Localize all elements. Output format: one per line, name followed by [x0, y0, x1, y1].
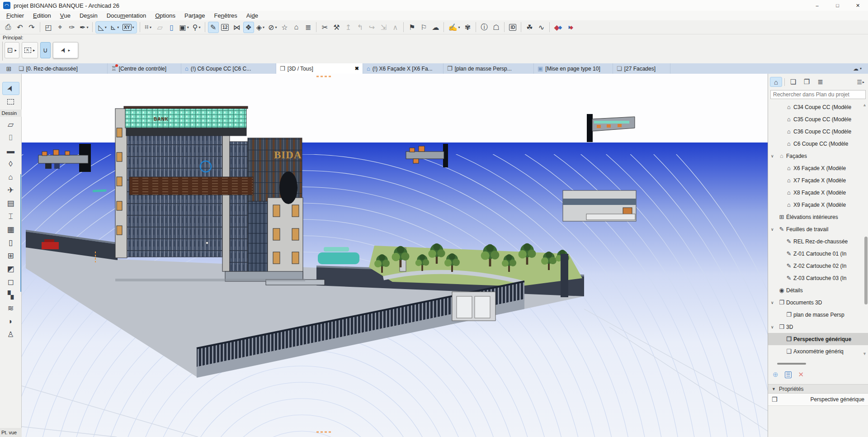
beam-tool[interactable]: ▬ [2, 144, 19, 157]
redo-icon[interactable]: ↷ [26, 22, 37, 33]
elevate-icon[interactable]: ⇲ [378, 22, 389, 33]
tree-item[interactable]: ∨❒3D [768, 321, 868, 333]
tree-expand-icon[interactable]: ∨ [771, 154, 777, 158]
marquee-cursor-tool[interactable]: ⊡▸ [5, 42, 19, 58]
tab-facade-x6[interactable]: ⌂(!) X6 Façade X [X6 Fa... [363, 63, 443, 74]
tree-item[interactable]: ⌂C35 Coupe CC (Modèle [768, 113, 868, 125]
dropdown-arrow-icon[interactable]: ▾ [199, 25, 201, 29]
id-manager-icon[interactable]: ID [507, 22, 518, 33]
wall-tool[interactable]: ▱ [2, 118, 19, 131]
adjust-icon[interactable]: ⚒ [331, 22, 342, 33]
close-button[interactable]: ✕ [848, 0, 868, 11]
opening-tool[interactable]: ◻ [2, 276, 19, 289]
magnet-toggle[interactable]: ∪ [40, 42, 51, 58]
dropdown-arrow-icon[interactable]: ▾ [105, 25, 107, 29]
tree-item[interactable]: ∨❐Documents 3D [768, 296, 868, 309]
railing-tool[interactable]: ⌶ [2, 210, 19, 223]
project-chooser[interactable]: ☁▾ [853, 63, 868, 74]
curtain-wall-tool[interactable]: ▦ [2, 223, 19, 236]
slab-tool[interactable]: ◊ [2, 157, 19, 171]
move-mode-icon[interactable]: ◰ [43, 22, 54, 33]
stories-icon[interactable]: ≣ [302, 22, 313, 33]
tree-item[interactable]: ❒Perspective générique [768, 333, 868, 345]
viewport-3d-scene[interactable]: BANK BIDA [22, 74, 768, 437]
menu-item-documentation[interactable]: Documentation [102, 11, 151, 20]
dropdown-arrow-icon[interactable]: ▾ [458, 25, 460, 29]
project-map-icon[interactable]: ⌂ [770, 77, 782, 87]
tree-item[interactable]: ✎Z-01 Cartouche 01 (In [768, 247, 868, 260]
properties-header[interactable]: ▼ Propriétés [768, 384, 868, 394]
zoom-to-selection-icon[interactable]: ⌖ [55, 22, 66, 33]
snap-points-icon[interactable]: 12 [220, 22, 231, 33]
tab-3d-tous[interactable]: ❒[3D / Tous]✖ [276, 63, 363, 74]
pen-sets-icon[interactable]: ✍▾ [447, 22, 461, 33]
delete-viewpoint-icon[interactable]: ✕ [798, 370, 804, 379]
element-info-icon[interactable]: ⓘ [479, 22, 490, 33]
tab-overview-icon[interactable]: ⊞ [3, 63, 15, 74]
guide-lines-icon[interactable]: ◺▾ [97, 22, 108, 33]
3d-figure-icon[interactable]: ⚲▾ [191, 22, 202, 33]
stretch-icon[interactable]: ⋈ [231, 22, 242, 33]
tab-plan-masse[interactable]: ❐[plan de masse Persp... [443, 63, 534, 74]
markup-cloud-icon[interactable]: ☁ [430, 22, 441, 33]
grid-snap-icon[interactable]: ⌗▾ [143, 22, 154, 33]
new-viewpoint-icon[interactable]: ⊕ [773, 370, 778, 379]
trace-reference-icon[interactable]: ▣▾ [178, 22, 190, 33]
tree-expand-icon[interactable]: ∨ [771, 300, 777, 305]
layout-book-icon[interactable]: ❐ [801, 77, 813, 87]
morph-tool[interactable]: ◗ [2, 315, 19, 328]
tree-item[interactable]: ⌂X8 Façade X (Modèle [768, 186, 868, 199]
rotate-icon[interactable]: ↰ [354, 22, 365, 33]
dropdown-arrow-icon[interactable]: ▾ [150, 25, 151, 29]
tab-floor-plan[interactable]: ❏[0. Rez-de-chaussée] [15, 63, 108, 74]
tree-expand-icon[interactable]: ∨ [771, 227, 777, 232]
tab-mise-en-page[interactable]: ▣[Mise en page type 10] [534, 63, 613, 74]
tree-item[interactable]: ✎Z-03 Cartouche 03 (In [768, 272, 868, 284]
object-tool[interactable]: ♙ [2, 328, 19, 341]
arrow-tool[interactable]: ➤▸ [53, 42, 78, 58]
arrow-tool[interactable]: ➤ [2, 82, 19, 95]
tab-control-centre[interactable]: ♖[Centre de contrôle] [108, 63, 181, 74]
dropdown-arrow-icon[interactable]: ▾ [86, 25, 88, 29]
inject-parameters-icon[interactable]: ✒▾ [78, 22, 90, 33]
find-select-icon[interactable]: ☖ [491, 22, 501, 33]
menu-item-vue[interactable]: Vue [56, 11, 75, 20]
tree-item[interactable]: ✎REL Rez-de-chaussée [768, 235, 868, 247]
tree-item[interactable]: ⊞Élévations intérieures [768, 211, 868, 223]
tree-item[interactable]: ⌂C34 Coupe CC (Modèle [768, 101, 868, 113]
menu-item-fichier[interactable]: Fichier [2, 11, 28, 20]
place-module-icon[interactable]: ⌂ [291, 22, 302, 33]
tree-item[interactable]: ⌂X7 Façade X (Modèle [768, 174, 868, 186]
column-tool[interactable]: ⌷ [2, 131, 19, 144]
tree-item[interactable]: ∨⌂Façades [768, 150, 868, 162]
tree-item[interactable]: ❑Axonométrie génériq [768, 345, 868, 357]
scrollbar-thumb[interactable] [864, 237, 868, 304]
tree-item[interactable]: ⌂C6 Coupe CC (Modèle [768, 138, 868, 150]
energy-evaluation-icon[interactable]: ◑◆ [564, 22, 575, 33]
dropdown-arrow-icon[interactable]: ▾ [263, 25, 264, 29]
search-input[interactable] [770, 90, 866, 99]
dropdown-arrow-icon[interactable]: ▾ [187, 25, 189, 29]
navigator-menu-icon[interactable]: ☰▸ [857, 79, 866, 86]
roof-tool[interactable]: ⌂ [2, 171, 19, 184]
skylight-tool[interactable]: ◩ [2, 262, 19, 276]
wireframe-icon[interactable]: ∿ [536, 22, 547, 33]
renovation-filter-icon[interactable]: ◆◆ [552, 22, 563, 33]
apply-favorite-icon[interactable]: ✾ [462, 22, 473, 33]
menu-item-edition[interactable]: Edition [28, 11, 56, 20]
split-icon[interactable]: ✂ [319, 22, 330, 33]
marquee-select-tool[interactable]: ⇱▸ [22, 42, 38, 58]
snap-guides-icon[interactable]: ⊾▾ [109, 22, 120, 33]
tree-item[interactable]: ❐plan de masse Persp [768, 309, 868, 321]
dropdown-arrow-icon[interactable]: ▾ [117, 25, 119, 29]
coordinates-icon[interactable]: XY▾ [121, 22, 135, 33]
shell-tool[interactable]: ✈ [2, 184, 19, 197]
dropdown-arrow-icon[interactable]: ▾ [275, 25, 277, 29]
viewpoint-settings-icon[interactable]: ☰ [785, 371, 792, 378]
tree-item[interactable]: ✎Z-02 Cartouche 02 (In [768, 260, 868, 272]
tree-item[interactable]: ◉Détails [768, 284, 868, 296]
viewport-3d[interactable]: BANK BIDA [22, 74, 768, 437]
flag-icon[interactable]: ⚑ [406, 22, 417, 33]
gravity-icon[interactable]: ▱ [155, 22, 165, 33]
menu-item-dessin[interactable]: Dessin [75, 11, 102, 20]
